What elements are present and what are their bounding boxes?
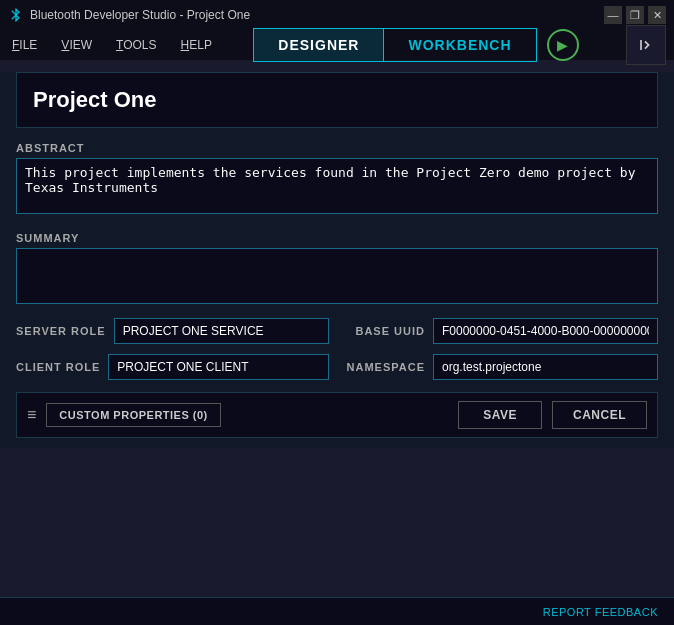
base-uuid-input[interactable] bbox=[433, 318, 658, 344]
close-button[interactable]: ✕ bbox=[648, 6, 666, 24]
bottom-bar: ≡ CUSTOM PROPERTIES (0) SAVE CANCEL bbox=[16, 392, 658, 438]
server-role-group: SERVER ROLE bbox=[16, 318, 329, 344]
menu-tools[interactable]: TOOLS bbox=[112, 36, 160, 54]
play-circle-icon: ▶ bbox=[547, 29, 579, 61]
server-role-label: SERVER ROLE bbox=[16, 325, 106, 337]
base-uuid-group: BASE UUID bbox=[345, 318, 658, 344]
play-button[interactable]: ▶ bbox=[545, 27, 581, 63]
project-header: Project One bbox=[16, 72, 658, 128]
server-uuid-row: SERVER ROLE BASE UUID bbox=[16, 318, 658, 344]
minimize-button[interactable]: — bbox=[604, 6, 622, 24]
menu-view[interactable]: VIEW bbox=[57, 36, 96, 54]
server-role-input[interactable] bbox=[114, 318, 329, 344]
cancel-button[interactable]: CANCEL bbox=[552, 401, 647, 429]
summary-input[interactable] bbox=[16, 248, 658, 304]
namespace-input[interactable] bbox=[433, 354, 658, 380]
main-content: Project One ABSTRACT This project implem… bbox=[0, 72, 674, 448]
titlebar-title: Bluetooth Developer Studio - Project One bbox=[30, 8, 598, 22]
save-button[interactable]: SAVE bbox=[458, 401, 542, 429]
client-namespace-row: CLIENT ROLE NAMESPACE bbox=[16, 354, 658, 380]
client-role-label: CLIENT ROLE bbox=[16, 361, 100, 373]
abstract-label: ABSTRACT bbox=[16, 142, 658, 154]
report-feedback-link[interactable]: REPORT FEEDBACK bbox=[543, 606, 658, 618]
account-icon bbox=[636, 35, 656, 55]
list-icon: ≡ bbox=[27, 406, 36, 424]
tab-designer[interactable]: DESIGNER bbox=[253, 28, 384, 62]
menubar: FILE VIEW TOOLS HELP DESIGNER WORKBENCH … bbox=[0, 30, 674, 60]
form-area: ABSTRACT This project implements the ser… bbox=[0, 142, 674, 380]
footer: REPORT FEEDBACK bbox=[0, 597, 674, 625]
client-role-group: CLIENT ROLE bbox=[16, 354, 329, 380]
restore-button[interactable]: ❐ bbox=[626, 6, 644, 24]
menu-file[interactable]: FILE bbox=[8, 36, 41, 54]
project-title: Project One bbox=[33, 87, 156, 112]
namespace-group: NAMESPACE bbox=[345, 354, 658, 380]
menu-help[interactable]: HELP bbox=[177, 36, 216, 54]
namespace-label: NAMESPACE bbox=[345, 361, 425, 373]
titlebar-controls: — ❐ ✕ bbox=[604, 6, 666, 24]
bluetooth-icon bbox=[8, 7, 24, 23]
tab-workbench[interactable]: WORKBENCH bbox=[384, 28, 536, 62]
base-uuid-label: BASE UUID bbox=[345, 325, 425, 337]
client-role-input[interactable] bbox=[108, 354, 329, 380]
titlebar: Bluetooth Developer Studio - Project One… bbox=[0, 0, 674, 30]
account-button[interactable] bbox=[626, 25, 666, 65]
abstract-input[interactable]: This project implements the services fou… bbox=[16, 158, 658, 214]
custom-properties-button[interactable]: CUSTOM PROPERTIES (0) bbox=[46, 403, 220, 427]
summary-label: SUMMARY bbox=[16, 232, 658, 244]
